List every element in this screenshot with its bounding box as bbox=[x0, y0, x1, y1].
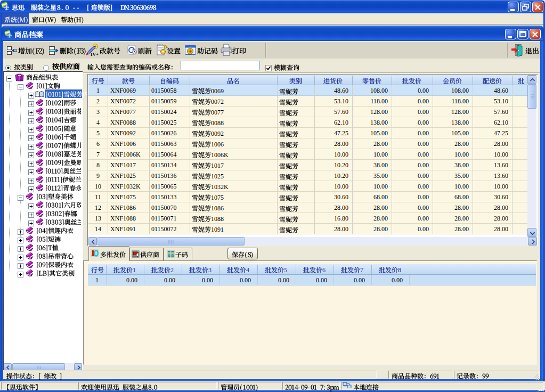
svg-text:IV+: IV+ bbox=[91, 52, 99, 56]
